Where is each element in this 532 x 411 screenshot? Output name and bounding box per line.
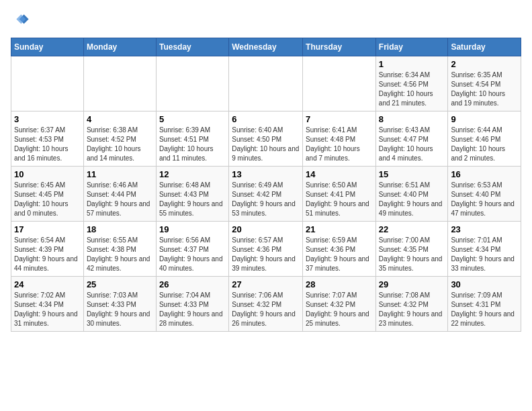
day-cell: 30Sunrise: 7:09 AM Sunset: 4:31 PM Dayli… [448, 277, 521, 332]
days-header-row: SundayMondayTuesdayWednesdayThursdayFrid… [11, 38, 521, 56]
day-info: Sunrise: 6:57 AM Sunset: 4:36 PM Dayligh… [232, 236, 300, 273]
day-info: Sunrise: 6:49 AM Sunset: 4:42 PM Dayligh… [232, 181, 300, 218]
day-number: 16 [451, 169, 518, 179]
week-row-1: 1Sunrise: 6:34 AM Sunset: 4:56 PM Daylig… [11, 56, 521, 111]
week-row-4: 17Sunrise: 6:54 AM Sunset: 4:39 PM Dayli… [11, 222, 521, 277]
day-info: Sunrise: 6:46 AM Sunset: 4:44 PM Dayligh… [87, 181, 153, 218]
day-number: 4 [87, 114, 153, 124]
day-number: 19 [159, 224, 226, 234]
day-cell: 20Sunrise: 6:57 AM Sunset: 4:36 PM Dayli… [229, 222, 303, 277]
day-number: 3 [14, 114, 81, 124]
day-number: 25 [87, 279, 153, 289]
day-cell: 16Sunrise: 6:53 AM Sunset: 4:40 PM Dayli… [448, 167, 521, 222]
day-cell: 8Sunrise: 6:43 AM Sunset: 4:47 PM Daylig… [375, 111, 448, 167]
calendar-table: SundayMondayTuesdayWednesdayThursdayFrid… [11, 38, 521, 332]
day-number: 6 [232, 114, 300, 124]
day-cell: 22Sunrise: 7:00 AM Sunset: 4:35 PM Dayli… [375, 222, 448, 277]
day-cell: 28Sunrise: 7:07 AM Sunset: 4:32 PM Dayli… [303, 277, 376, 332]
day-cell: 1Sunrise: 6:34 AM Sunset: 4:56 PM Daylig… [375, 56, 448, 111]
day-cell: 10Sunrise: 6:45 AM Sunset: 4:45 PM Dayli… [11, 167, 84, 222]
day-cell: 21Sunrise: 6:59 AM Sunset: 4:36 PM Dayli… [303, 222, 376, 277]
day-number: 1 [379, 59, 445, 69]
day-number: 21 [306, 224, 373, 234]
day-info: Sunrise: 6:51 AM Sunset: 4:40 PM Dayligh… [379, 181, 445, 218]
day-cell: 4Sunrise: 6:38 AM Sunset: 4:52 PM Daylig… [83, 111, 156, 167]
day-number: 2 [451, 59, 518, 69]
day-info: Sunrise: 6:41 AM Sunset: 4:48 PM Dayligh… [306, 126, 373, 163]
day-info: Sunrise: 6:43 AM Sunset: 4:47 PM Dayligh… [379, 126, 445, 163]
day-cell: 13Sunrise: 6:49 AM Sunset: 4:42 PM Dayli… [229, 167, 303, 222]
day-number: 11 [87, 169, 153, 179]
day-info: Sunrise: 6:50 AM Sunset: 4:41 PM Dayligh… [306, 181, 373, 218]
day-number: 14 [306, 169, 373, 179]
day-cell: 7Sunrise: 6:41 AM Sunset: 4:48 PM Daylig… [303, 111, 376, 167]
day-cell: 23Sunrise: 7:01 AM Sunset: 4:34 PM Dayli… [448, 222, 521, 277]
day-info: Sunrise: 6:56 AM Sunset: 4:37 PM Dayligh… [159, 236, 226, 273]
day-cell: 19Sunrise: 6:56 AM Sunset: 4:37 PM Dayli… [156, 222, 228, 277]
day-header-monday: Monday [83, 38, 156, 56]
logo-icon [11, 11, 30, 30]
logo [11, 11, 32, 30]
day-cell: 27Sunrise: 7:06 AM Sunset: 4:32 PM Dayli… [229, 277, 303, 332]
week-row-2: 3Sunrise: 6:37 AM Sunset: 4:53 PM Daylig… [11, 111, 521, 167]
day-number: 28 [306, 279, 373, 289]
day-cell: 5Sunrise: 6:39 AM Sunset: 4:51 PM Daylig… [156, 111, 228, 167]
day-info: Sunrise: 6:59 AM Sunset: 4:36 PM Dayligh… [306, 236, 373, 273]
day-info: Sunrise: 7:02 AM Sunset: 4:34 PM Dayligh… [14, 291, 81, 328]
day-info: Sunrise: 6:40 AM Sunset: 4:50 PM Dayligh… [232, 126, 300, 163]
day-number: 26 [159, 279, 226, 289]
week-row-5: 24Sunrise: 7:02 AM Sunset: 4:34 PM Dayli… [11, 277, 521, 332]
day-number: 7 [306, 114, 373, 124]
day-number: 5 [159, 114, 226, 124]
day-info: Sunrise: 7:03 AM Sunset: 4:33 PM Dayligh… [87, 291, 153, 328]
day-header-saturday: Saturday [448, 38, 521, 56]
day-info: Sunrise: 6:53 AM Sunset: 4:40 PM Dayligh… [451, 181, 518, 218]
day-cell: 6Sunrise: 6:40 AM Sunset: 4:50 PM Daylig… [229, 111, 303, 167]
day-number: 9 [451, 114, 518, 124]
day-header-wednesday: Wednesday [229, 38, 303, 56]
header [11, 11, 521, 30]
day-cell [11, 56, 84, 111]
day-number: 12 [159, 169, 226, 179]
day-number: 20 [232, 224, 300, 234]
day-cell: 12Sunrise: 6:48 AM Sunset: 4:43 PM Dayli… [156, 167, 228, 222]
day-info: Sunrise: 6:38 AM Sunset: 4:52 PM Dayligh… [87, 126, 153, 163]
day-number: 18 [87, 224, 153, 234]
day-cell [156, 56, 228, 111]
day-cell: 11Sunrise: 6:46 AM Sunset: 4:44 PM Dayli… [83, 167, 156, 222]
day-info: Sunrise: 7:06 AM Sunset: 4:32 PM Dayligh… [232, 291, 300, 328]
day-header-sunday: Sunday [11, 38, 84, 56]
day-info: Sunrise: 6:45 AM Sunset: 4:45 PM Dayligh… [14, 181, 81, 218]
day-info: Sunrise: 6:44 AM Sunset: 4:46 PM Dayligh… [451, 126, 518, 163]
day-header-friday: Friday [375, 38, 448, 56]
day-number: 22 [379, 224, 445, 234]
day-info: Sunrise: 7:08 AM Sunset: 4:32 PM Dayligh… [379, 291, 445, 328]
day-number: 15 [379, 169, 445, 179]
day-number: 17 [14, 224, 81, 234]
day-cell: 24Sunrise: 7:02 AM Sunset: 4:34 PM Dayli… [11, 277, 84, 332]
day-info: Sunrise: 6:48 AM Sunset: 4:43 PM Dayligh… [159, 181, 226, 218]
day-cell: 2Sunrise: 6:35 AM Sunset: 4:54 PM Daylig… [448, 56, 521, 111]
day-info: Sunrise: 6:34 AM Sunset: 4:56 PM Dayligh… [379, 71, 445, 108]
day-cell: 29Sunrise: 7:08 AM Sunset: 4:32 PM Dayli… [375, 277, 448, 332]
day-info: Sunrise: 6:35 AM Sunset: 4:54 PM Dayligh… [451, 71, 518, 108]
day-number: 13 [232, 169, 300, 179]
day-info: Sunrise: 6:37 AM Sunset: 4:53 PM Dayligh… [14, 126, 81, 163]
day-info: Sunrise: 7:01 AM Sunset: 4:34 PM Dayligh… [451, 236, 518, 273]
day-info: Sunrise: 7:07 AM Sunset: 4:32 PM Dayligh… [306, 291, 373, 328]
day-cell: 18Sunrise: 6:55 AM Sunset: 4:38 PM Dayli… [83, 222, 156, 277]
day-number: 23 [451, 224, 518, 234]
day-cell [83, 56, 156, 111]
day-cell: 14Sunrise: 6:50 AM Sunset: 4:41 PM Dayli… [303, 167, 376, 222]
day-cell: 3Sunrise: 6:37 AM Sunset: 4:53 PM Daylig… [11, 111, 84, 167]
day-cell [303, 56, 376, 111]
day-cell: 9Sunrise: 6:44 AM Sunset: 4:46 PM Daylig… [448, 111, 521, 167]
day-info: Sunrise: 6:55 AM Sunset: 4:38 PM Dayligh… [87, 236, 153, 273]
week-row-3: 10Sunrise: 6:45 AM Sunset: 4:45 PM Dayli… [11, 167, 521, 222]
day-info: Sunrise: 6:54 AM Sunset: 4:39 PM Dayligh… [14, 236, 81, 273]
day-info: Sunrise: 7:00 AM Sunset: 4:35 PM Dayligh… [379, 236, 445, 273]
day-cell: 15Sunrise: 6:51 AM Sunset: 4:40 PM Dayli… [375, 167, 448, 222]
day-cell [229, 56, 303, 111]
day-info: Sunrise: 7:09 AM Sunset: 4:31 PM Dayligh… [451, 291, 518, 328]
day-cell: 26Sunrise: 7:04 AM Sunset: 4:33 PM Dayli… [156, 277, 228, 332]
